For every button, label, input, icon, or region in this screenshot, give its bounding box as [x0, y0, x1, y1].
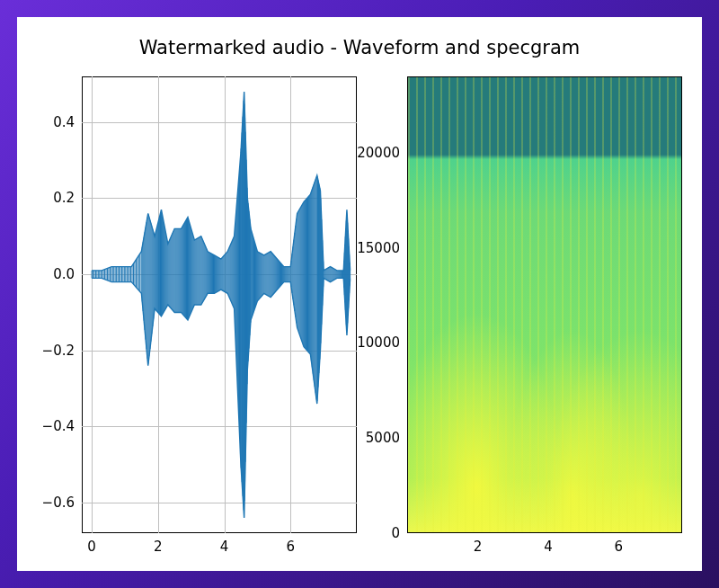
y-tick-label: −0.2 [42, 343, 75, 359]
x-tick-label: 6 [286, 539, 295, 555]
x-tick-label: 4 [220, 539, 229, 555]
plot-area: 0246−0.6−0.4−0.20.00.20.4 24605000100001… [82, 76, 682, 533]
x-tick-label: 4 [544, 539, 553, 555]
spectrogram-texture [408, 77, 681, 532]
figure-title: Watermarked audio - Waveform and specgra… [17, 37, 702, 58]
y-tick-label: 0.4 [53, 114, 75, 130]
y-tick-label: 0 [391, 525, 400, 541]
x-tick-label: 2 [154, 539, 163, 555]
y-tick-label: 15000 [357, 240, 400, 256]
y-tick-label: −0.4 [42, 418, 75, 434]
spectrogram-image [407, 76, 682, 533]
gradient-frame: Watermarked audio - Waveform and specgra… [0, 0, 719, 588]
waveform-svg [82, 76, 357, 533]
x-tick-label: 6 [615, 539, 624, 555]
x-tick-label: 0 [87, 539, 96, 555]
y-tick-label: −0.6 [42, 494, 75, 511]
y-tick-label: 20000 [357, 145, 400, 161]
y-tick-label: 0.2 [53, 190, 75, 206]
spectrogram-plot: 24605000100001500020000 [407, 76, 682, 533]
x-tick-label: 2 [474, 539, 483, 555]
waveform-plot: 0246−0.6−0.4−0.20.00.20.4 [82, 76, 357, 533]
y-tick-label: 5000 [366, 430, 400, 446]
y-tick-label: 0.0 [53, 266, 75, 282]
y-tick-label: 10000 [357, 334, 400, 351]
figure-panel: Watermarked audio - Waveform and specgra… [17, 17, 702, 571]
